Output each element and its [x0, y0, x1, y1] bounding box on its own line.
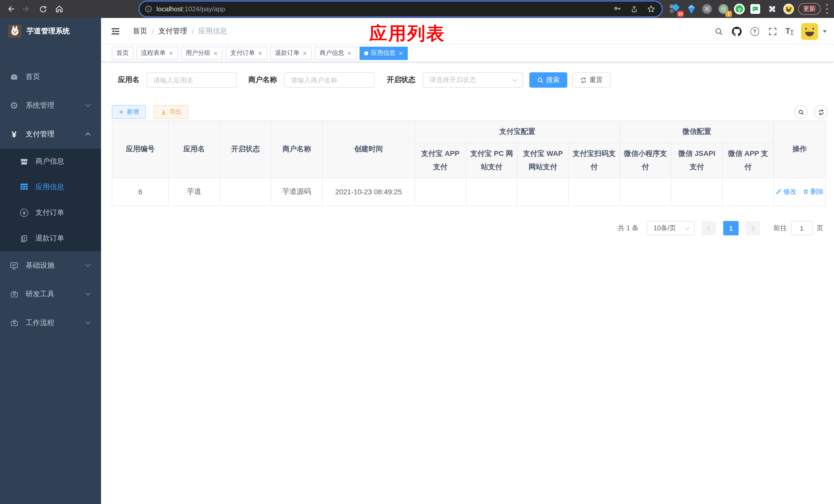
font-size-icon[interactable]: TT	[785, 27, 793, 36]
goto-page-input[interactable]	[791, 221, 812, 235]
share-icon[interactable]	[630, 5, 638, 13]
sidebar-menu: 首页 ⚙ 系统管理 ¥ 支付管理 商户信息	[0, 63, 101, 337]
sidebar-item-refund-orders[interactable]: 退款订单	[0, 226, 101, 251]
top-navbar: 首页 / 支付管理 / 应用信息 ? TT	[101, 18, 834, 45]
next-page-button[interactable]	[746, 221, 760, 235]
url-text: localhost:1024/pay/app	[156, 5, 225, 13]
extension-badge-2: 1	[725, 11, 732, 17]
sidebar: 芋道管理系统 首页 ⚙ 系统管理 ¥ 支付管理	[0, 18, 101, 504]
tag-user-group[interactable]: 用户分组	[181, 46, 223, 60]
y-circle: y	[734, 4, 745, 14]
extension-gem-icon[interactable]	[686, 4, 697, 14]
breadcrumb-current: 应用信息	[198, 27, 227, 36]
close-icon[interactable]	[213, 51, 218, 55]
search-icon	[537, 77, 544, 83]
home-icon	[55, 5, 64, 13]
extension-diamond-icon[interactable]: 10	[670, 4, 681, 14]
add-button[interactable]: 新增	[112, 105, 146, 119]
header-search-icon[interactable]	[714, 26, 724, 37]
tag-pay-orders[interactable]: 支付订单	[226, 46, 267, 60]
sidebar-item-infrastructure[interactable]: 基础设施	[0, 251, 101, 280]
edit-link[interactable]: 修改	[775, 187, 796, 197]
prev-page-button[interactable]	[702, 221, 716, 235]
logo-rabbit-image	[8, 25, 22, 38]
page-size-select[interactable]: 10条/页	[647, 221, 695, 235]
github-icon[interactable]	[731, 26, 742, 37]
profile-avatar-icon[interactable]	[783, 4, 794, 14]
close-icon[interactable]	[169, 51, 173, 55]
export-button[interactable]: 导出	[154, 105, 188, 119]
refresh-table-button[interactable]	[814, 105, 828, 119]
page-number-1[interactable]: 1	[723, 221, 739, 235]
chevron-down-icon	[85, 291, 90, 296]
user-avatar[interactable]	[801, 23, 818, 40]
reset-button[interactable]: 重置	[572, 72, 610, 88]
browser-update-button[interactable]: 更新	[798, 3, 821, 15]
close-icon[interactable]	[258, 51, 262, 55]
sidebar-item-payment[interactable]: ¥ 支付管理	[0, 120, 101, 149]
col-app-id: 应用编号	[112, 121, 169, 178]
breadcrumb-payment[interactable]: 支付管理	[158, 27, 187, 36]
extension-chat-icon[interactable]	[750, 4, 761, 14]
tag-process-form[interactable]: 流程表单	[136, 46, 178, 60]
document-icon	[20, 234, 28, 243]
sidebar-fold-button[interactable]	[110, 26, 120, 37]
extension-command-icon[interactable]: ⌘	[702, 4, 712, 14]
sidebar-item-merchant-info[interactable]: 商户信息	[0, 149, 101, 174]
sidebar-item-label: 应用信息	[36, 183, 64, 192]
browser-reload-button[interactable]	[37, 3, 49, 15]
extension-recorder-icon[interactable]: 1	[718, 4, 729, 14]
app-name-input[interactable]	[147, 72, 237, 88]
sidebar-item-workflow[interactable]: 工作流程	[0, 308, 101, 337]
breadcrumb-home[interactable]: 首页	[133, 27, 147, 36]
search-button[interactable]: 搜索	[529, 72, 567, 88]
sidebar-item-pay-orders[interactable]: ¥ 支付订单	[0, 200, 101, 226]
close-icon[interactable]	[347, 51, 351, 55]
tag-refund-orders[interactable]: 退款订单	[270, 46, 312, 60]
browser-forward-button[interactable]	[20, 3, 32, 15]
merchant-name-input[interactable]	[284, 72, 374, 88]
avatar-caret-icon[interactable]	[823, 30, 827, 32]
status-select[interactable]: 请选择开启状态	[423, 72, 523, 88]
cell-alipay-wap	[517, 178, 569, 206]
tag-home[interactable]: 首页	[112, 46, 133, 60]
sidebar-logo[interactable]: 芋道管理系统	[0, 18, 101, 45]
grid-icon	[20, 183, 28, 191]
info-icon[interactable]	[145, 5, 152, 13]
extensions-puzzle-icon[interactable]	[767, 4, 777, 14]
sidebar-item-home[interactable]: 首页	[0, 63, 101, 91]
tag-app-info[interactable]: 应用信息	[359, 46, 408, 60]
browser-back-button[interactable]	[5, 3, 18, 15]
close-icon[interactable]	[398, 51, 403, 55]
chevron-down-icon	[85, 262, 90, 267]
cell-wechat-jsapi	[671, 178, 722, 206]
bookmark-star-icon[interactable]	[647, 5, 656, 13]
fullscreen-icon[interactable]	[767, 26, 777, 37]
help-icon[interactable]: ?	[749, 26, 760, 37]
col-wechat-jsapi: 微信 JSAPI 支付	[671, 143, 722, 178]
cell-wechat-mini	[620, 178, 671, 206]
tags-view-bar: 首页 流程表单 用户分组 支付订单 退款订单 商户信息 应用信息	[101, 45, 834, 62]
extension-y-icon[interactable]: y	[734, 4, 745, 14]
sidebar-item-system[interactable]: ⚙ 系统管理	[0, 91, 101, 120]
back-arrow-icon	[7, 5, 15, 13]
address-bar[interactable]: localhost:1024/pay/app	[139, 2, 662, 17]
merchant-name-label: 商户名称	[248, 75, 277, 85]
tag-merchant-info[interactable]: 商户信息	[315, 46, 356, 60]
sidebar-item-dev-tools[interactable]: 研发工具	[0, 280, 101, 308]
show-search-button[interactable]	[794, 105, 808, 119]
delete-link[interactable]: 删除	[803, 187, 824, 197]
sidebar-item-label: 支付订单	[36, 208, 64, 217]
col-alipay-pc: 支付宝 PC 网站支付	[466, 143, 517, 178]
browser-menu-button[interactable]	[826, 4, 828, 14]
cell-created: 2021-10-23 08:49:25	[322, 178, 415, 206]
trash-icon	[803, 189, 809, 195]
password-key-icon[interactable]	[613, 5, 622, 13]
browser-home-button[interactable]	[53, 3, 66, 15]
y-letter: y	[736, 5, 743, 13]
sidebar-item-app-info[interactable]: 应用信息	[0, 174, 101, 200]
chevron-down-icon	[512, 77, 517, 82]
close-icon[interactable]	[303, 51, 307, 55]
dashboard-icon	[10, 72, 19, 81]
sidebar-item-label: 商户信息	[36, 157, 64, 166]
